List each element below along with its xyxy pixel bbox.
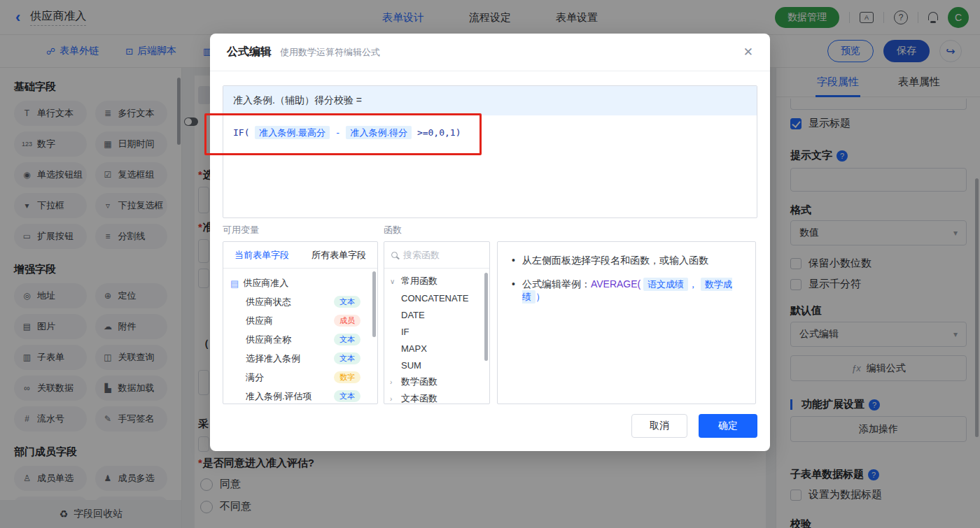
variable-name: 准入条例.评估项: [246, 390, 312, 403]
example-field-chip: 语文成绩: [643, 278, 688, 291]
variables-scrollbar[interactable]: [372, 271, 376, 337]
help-example: 公式编辑举例：AVERAGE( 语文成绩， 数学成绩）: [522, 278, 741, 304]
expander-open-icon: ∨: [390, 278, 397, 285]
type-badge: 文本: [334, 390, 360, 402]
bullet-icon: •: [512, 278, 515, 290]
functions-scrollbar[interactable]: [484, 273, 488, 361]
search-placeholder: 搜索函数: [403, 249, 440, 262]
function-item[interactable]: SUM: [390, 357, 489, 373]
function-group-text[interactable]: ›文本函数: [390, 390, 489, 404]
dialog-subtitle: 使用数学运算符编辑公式: [280, 46, 380, 59]
confirm-button[interactable]: 确定: [699, 414, 757, 438]
help-panel: • 从左侧面板选择字段名和函数，或输入函数 • 公式编辑举例：AVERAGE( …: [497, 241, 756, 404]
group-label: 数学函数: [401, 376, 438, 388]
dialog-header: 公式编辑 使用数学运算符编辑公式 ✕: [210, 34, 770, 71]
function-name: SUM: [401, 360, 421, 371]
expander-closed-icon: ›: [390, 378, 397, 386]
function-name: CONCATENATE: [401, 293, 468, 304]
functions-label: 函数: [384, 224, 402, 236]
app-screen: ‹ 供应商准入 表单设计 流程设定 表单设置 数据管理 A ? C ☍ 表单外链…: [0, 0, 980, 528]
function-item[interactable]: IF: [390, 323, 489, 340]
type-badge: 文本: [334, 334, 360, 345]
type-badge: 成员: [334, 315, 360, 327]
function-group-common[interactable]: ∨常用函数: [390, 273, 489, 290]
function-name: MAPX: [401, 343, 427, 354]
type-badge: 数字: [334, 371, 360, 383]
cancel-button[interactable]: 取消: [631, 414, 687, 438]
expander-closed-icon: ›: [390, 395, 397, 403]
tree-root-label: 供应商准入: [243, 277, 288, 290]
formula-operator: -: [335, 127, 341, 138]
variable-name: 供应商: [246, 315, 273, 327]
formula-target-bar: 准入条例.（辅助）得分校验 =: [223, 86, 757, 115]
variable-item[interactable]: 选择准入条例文本: [230, 349, 370, 368]
functions-panel: 搜索函数 ∨常用函数 CONCATENATE DATE IF MAPX SUM …: [384, 241, 490, 404]
function-group-math[interactable]: ›数学函数: [390, 373, 489, 390]
variable-item[interactable]: 供应商全称文本: [230, 330, 370, 349]
functions-list: ∨常用函数 CONCATENATE DATE IF MAPX SUM ›数学函数…: [384, 269, 489, 404]
formula-editor: 准入条例.（辅助）得分校验 = IF( 准入条例.最高分 - 准入条例.得分 >…: [223, 85, 757, 218]
variables-label: 可用变量: [223, 224, 259, 236]
example-function: AVERAGE(: [591, 278, 640, 290]
group-label: 常用函数: [401, 275, 438, 287]
variable-name: 满分: [246, 371, 264, 384]
type-badge: 文本: [334, 352, 360, 364]
dialog-footer: 取消 确定: [631, 414, 757, 438]
variables-tree: ▤供应商准入 供应商状态文本 供应商成员 供应商全称文本 选择准入条例文本 满分…: [223, 269, 377, 404]
help-line-2: • 公式编辑举例：AVERAGE( 语文成绩， 数学成绩）: [512, 278, 741, 304]
variable-name: 供应商状态: [246, 296, 291, 308]
formula-suffix: >=0,0,1): [417, 127, 461, 138]
dialog-title: 公式编辑: [227, 45, 272, 59]
variable-item[interactable]: 供应商成员: [230, 311, 370, 330]
type-badge: 文本: [334, 296, 360, 308]
example-prefix: 公式编辑举例：: [522, 278, 591, 290]
example-close-paren: ）: [536, 291, 545, 302]
search-icon: [391, 252, 398, 258]
function-item[interactable]: DATE: [390, 306, 489, 323]
variable-name: 供应商全称: [246, 334, 291, 346]
variables-panel: 当前表单字段 所有表单字段 ▤供应商准入 供应商状态文本 供应商成员 供应商全称…: [223, 241, 378, 404]
help-text: 从左侧面板选择字段名和函数，或输入函数: [522, 255, 708, 267]
variable-item[interactable]: 准入条例.评估项文本: [230, 387, 370, 404]
document-icon: ▤: [230, 278, 239, 289]
close-icon[interactable]: ✕: [743, 45, 753, 59]
function-name: IF: [401, 327, 410, 337]
formula-prefix: IF(: [233, 127, 249, 138]
formula-edit-dialog: 公式编辑 使用数学运算符编辑公式 ✕ 准入条例.（辅助）得分校验 = IF( 准…: [210, 34, 770, 451]
tab-all-form-fields[interactable]: 所有表单字段: [312, 249, 366, 262]
tree-root-form[interactable]: ▤供应商准入: [230, 274, 370, 292]
function-item[interactable]: MAPX: [390, 340, 489, 357]
variable-item[interactable]: 满分数字: [230, 368, 370, 387]
tab-current-form-fields[interactable]: 当前表单字段: [234, 249, 289, 262]
example-comma: ，: [688, 278, 698, 290]
formula-field-chip[interactable]: 准入条例.得分: [346, 126, 412, 139]
function-item[interactable]: CONCATENATE: [390, 290, 489, 306]
function-name: DATE: [401, 310, 425, 320]
function-search-input[interactable]: 搜索函数: [384, 242, 489, 269]
variable-name: 选择准入条例: [246, 352, 300, 365]
bullet-icon: •: [512, 255, 515, 266]
formula-field-chip[interactable]: 准入条例.最高分: [255, 126, 330, 139]
help-line-1: • 从左侧面板选择字段名和函数，或输入函数: [512, 255, 741, 267]
formula-input-area[interactable]: IF( 准入条例.最高分 - 准入条例.得分 >=0,0,1): [223, 115, 757, 150]
group-label: 文本函数: [401, 392, 438, 404]
help-content: • 从左侧面板选择字段名和函数，或输入函数 • 公式编辑举例：AVERAGE( …: [498, 242, 755, 327]
variable-item[interactable]: 供应商状态文本: [230, 292, 370, 311]
variables-tabs: 当前表单字段 所有表单字段: [223, 242, 377, 269]
